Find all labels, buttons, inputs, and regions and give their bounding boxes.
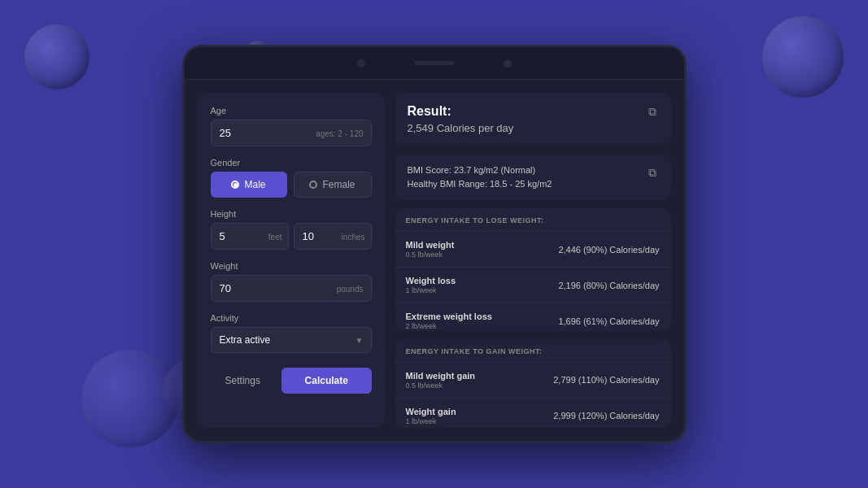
gender-field: Gender Male Female: [211, 158, 372, 198]
bg-bubble-1: [24, 24, 89, 89]
tablet-speaker: [414, 61, 455, 65]
tablet-mic: [504, 59, 512, 68]
gain-row-1: Weight gain 1 lb/week 2,999 (120%) Calor…: [395, 399, 671, 428]
settings-button[interactable]: Settings: [211, 368, 276, 394]
radio-male: [231, 181, 239, 189]
height-row: feet inches: [211, 223, 372, 250]
form-panel: Age ages: 2 - 120 Gender Male Female: [198, 93, 385, 428]
height-field: Height feet inches: [211, 209, 372, 250]
gain-weight-section: ENERGY INTAKE TO GAIN WEIGHT: Mild weigh…: [395, 339, 671, 428]
weight-input-wrapper: pounds: [211, 275, 372, 302]
gain-label-0: Mild weight gain 0.5 lb/week: [406, 371, 476, 390]
weight-field: Weight pounds: [211, 261, 372, 302]
gender-row: Male Female: [211, 172, 372, 198]
result-calories: 2,549 Calories per day: [408, 122, 658, 134]
inches-unit: inches: [342, 232, 365, 241]
main-result-card: Result: 2,549 Calories per day ⧉: [395, 93, 671, 146]
gain-label-1: Weight gain 1 lb/week: [406, 407, 456, 425]
height-inches-wrapper: inches: [294, 223, 372, 250]
lose-label-1: Weight loss 1 lb/week: [406, 276, 456, 294]
lose-row-1: Weight loss 1 lb/week 2,196 (80%) Calori…: [395, 268, 671, 303]
activity-select[interactable]: Sedentary Lightly active Moderately acti…: [211, 327, 372, 353]
bmi-card: BMI Score: 23.7 kg/m2 (Normal) Healthy B…: [395, 154, 671, 200]
age-field: Age ages: 2 - 120: [211, 106, 372, 146]
weight-label: Weight: [211, 261, 372, 271]
weight-unit: pounds: [337, 284, 364, 293]
gain-weight-header: ENERGY INTAKE TO GAIN WEIGHT:: [395, 339, 671, 363]
lose-row-2: Extreme weight loss 2 lb/week 1,696 (61%…: [395, 303, 671, 331]
radio-female: [309, 181, 317, 189]
lose-weight-section: ENERGY INTAKE TO LOSE WEIGHT: Mild weigh…: [395, 208, 671, 331]
height-feet-wrapper: feet: [211, 223, 289, 250]
calculate-button[interactable]: Calculate: [281, 368, 371, 394]
bmi-line1: BMI Score: 23.7 kg/m2 (Normal): [408, 163, 658, 177]
age-input-wrapper: ages: 2 - 120: [211, 120, 372, 146]
age-label: Age: [211, 106, 372, 115]
bg-bubble-3: [762, 16, 844, 98]
lose-weight-header: ENERGY INTAKE TO LOSE WEIGHT:: [395, 208, 671, 232]
gender-male-label: Male: [244, 179, 265, 190]
lose-label-2: Extreme weight loss 2 lb/week: [406, 312, 492, 330]
gain-row-0: Mild weight gain 0.5 lb/week 2,799 (110%…: [395, 363, 671, 399]
activity-label: Activity: [211, 313, 372, 323]
feet-unit: feet: [268, 232, 282, 241]
bmi-line2: Healthy BMI Range: 18.5 - 25 kg/m2: [408, 177, 658, 191]
result-panel: Result: 2,549 Calories per day ⧉ BMI Sco…: [395, 93, 671, 428]
lose-row-0: Mild weight 0.5 lb/week 2,446 (90%) Calo…: [395, 232, 671, 268]
result-title: Result:: [408, 104, 658, 119]
gender-label: Gender: [211, 158, 372, 168]
tablet-frame: Age ages: 2 - 120 Gender Male Female: [182, 45, 687, 443]
copy-calories-icon[interactable]: ⧉: [643, 102, 661, 120]
copy-bmi-icon[interactable]: ⧉: [643, 163, 661, 181]
activity-field: Activity Sedentary Lightly active Modera…: [211, 313, 372, 353]
tablet-camera: [357, 59, 365, 68]
tablet-top-bar: [185, 47, 684, 80]
gender-male-button[interactable]: Male: [211, 172, 287, 198]
activity-select-wrapper: Sedentary Lightly active Moderately acti…: [211, 327, 372, 353]
tablet-content: Age ages: 2 - 120 Gender Male Female: [185, 80, 684, 441]
form-buttons: Settings Calculate: [211, 368, 372, 394]
gender-female-button[interactable]: Female: [294, 172, 372, 198]
height-label: Height: [211, 209, 372, 219]
age-hint: ages: 2 - 120: [316, 129, 363, 137]
gender-female-label: Female: [322, 179, 355, 190]
lose-label-0: Mild weight 0.5 lb/week: [406, 240, 455, 259]
